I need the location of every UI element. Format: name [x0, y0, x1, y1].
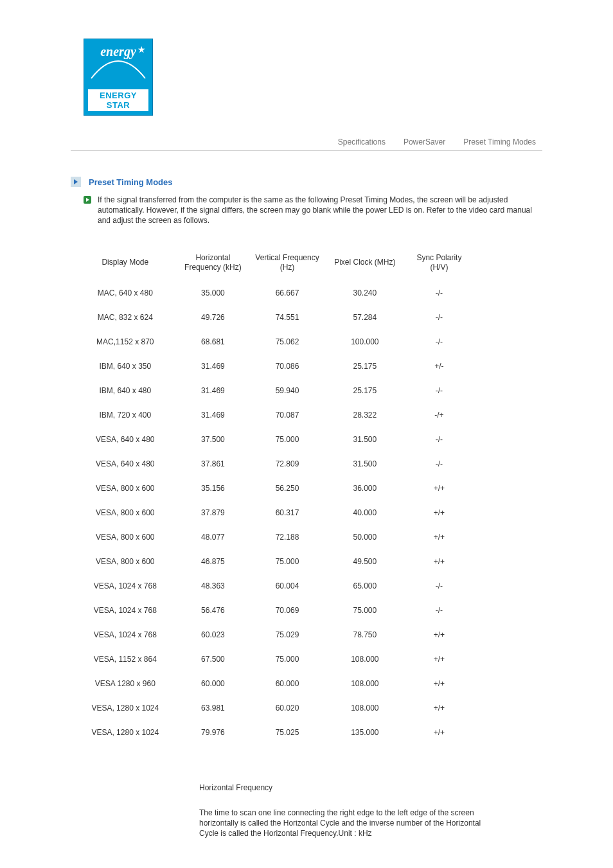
cell-h: 31.469 [176, 378, 251, 403]
section-title: Preset Timing Modes [89, 177, 173, 187]
cell-h: 49.726 [176, 305, 251, 330]
section-description: If the signal transferred from the compu… [98, 195, 542, 226]
table-row: MAC, 640 x 48035.00066.66730.240-/- [75, 281, 473, 305]
cell-h: 48.363 [176, 574, 251, 598]
cell-v: 74.551 [250, 305, 324, 330]
cell-clk: 75.000 [324, 598, 405, 623]
cell-v: 75.029 [250, 623, 324, 647]
energy-star-badge: energy ★ ENERGY STAR [84, 39, 153, 116]
cell-mode: IBM, 640 x 350 [75, 354, 176, 378]
cell-clk: 100.000 [324, 330, 405, 354]
cell-mode: MAC, 832 x 624 [75, 305, 176, 330]
cell-clk: 135.000 [324, 720, 405, 745]
cell-mode: IBM, 640 x 480 [75, 378, 176, 403]
cell-v: 72.188 [250, 525, 324, 549]
cell-sync: -/- [405, 452, 473, 476]
star-icon: ★ [138, 44, 146, 55]
cell-mode: MAC,1152 x 870 [75, 330, 176, 354]
cell-h: 37.861 [176, 452, 251, 476]
timing-table: Display Mode Horizontal Frequency (kHz) … [75, 245, 473, 745]
cell-h: 37.879 [176, 500, 251, 525]
cell-mode: MAC, 640 x 480 [75, 281, 176, 305]
cell-v: 60.020 [250, 696, 324, 720]
cell-clk: 25.175 [324, 378, 405, 403]
cell-h: 35.156 [176, 476, 251, 500]
cell-v: 60.000 [250, 671, 324, 696]
definition-body: The time to scan one line connecting the… [199, 808, 482, 839]
table-row: VESA, 1024 x 76848.36360.00465.000-/- [75, 574, 473, 598]
section-header: Preset Timing Modes [71, 177, 542, 187]
cell-sync: +/+ [405, 720, 473, 745]
cell-v: 72.809 [250, 452, 324, 476]
cell-v: 70.087 [250, 403, 324, 427]
table-row: VESA, 1280 x 102463.98160.020108.000+/+ [75, 696, 473, 720]
cell-h: 56.476 [176, 598, 251, 623]
definition-block: Horizontal Frequency The time to scan on… [199, 783, 482, 839]
cell-mode: VESA, 800 x 600 [75, 525, 176, 549]
cell-clk: 30.240 [324, 281, 405, 305]
cell-sync: -/- [405, 305, 473, 330]
cell-sync: -/- [405, 598, 473, 623]
cell-sync: -/- [405, 574, 473, 598]
cell-clk: 31.500 [324, 452, 405, 476]
cell-clk: 36.000 [324, 476, 405, 500]
cell-h: 79.976 [176, 720, 251, 745]
cell-h: 67.500 [176, 647, 251, 671]
cell-clk: 50.000 [324, 525, 405, 549]
cell-sync: +/+ [405, 476, 473, 500]
cell-clk: 40.000 [324, 500, 405, 525]
col-h-freq: Horizontal Frequency (kHz) [176, 245, 251, 281]
cell-mode: VESA, 1024 x 768 [75, 574, 176, 598]
cell-sync: +/+ [405, 647, 473, 671]
cell-clk: 31.500 [324, 427, 405, 452]
cell-sync: +/- [405, 354, 473, 378]
cell-v: 56.250 [250, 476, 324, 500]
logo-script: energy [100, 44, 136, 59]
nav-preset-timing-modes[interactable]: Preset Timing Modes [463, 137, 536, 146]
cell-v: 75.000 [250, 647, 324, 671]
nav-specifications[interactable]: Specifications [338, 137, 386, 146]
cell-v: 60.317 [250, 500, 324, 525]
cell-mode: VESA, 800 x 600 [75, 476, 176, 500]
chevron-right-icon [71, 177, 81, 187]
cell-h: 31.469 [176, 354, 251, 378]
table-row: VESA 1280 x 96060.00060.000108.000+/+ [75, 671, 473, 696]
table-row: VESA, 640 x 48037.86172.80931.500-/- [75, 452, 473, 476]
cell-clk: 57.284 [324, 305, 405, 330]
cell-mode: VESA, 800 x 600 [75, 549, 176, 574]
energy-star-logo: energy ★ ENERGY STAR [84, 39, 542, 116]
cell-v: 59.940 [250, 378, 324, 403]
cell-clk: 65.000 [324, 574, 405, 598]
cell-mode: IBM, 720 x 400 [75, 403, 176, 427]
cell-sync: -/- [405, 330, 473, 354]
cell-v: 70.069 [250, 598, 324, 623]
cell-sync: -/- [405, 378, 473, 403]
cell-mode: VESA 1280 x 960 [75, 671, 176, 696]
cell-clk: 108.000 [324, 696, 405, 720]
cell-v: 75.000 [250, 427, 324, 452]
cell-mode: VESA, 640 x 480 [75, 452, 176, 476]
cell-h: 60.023 [176, 623, 251, 647]
nav-powersaver[interactable]: PowerSaver [404, 137, 445, 146]
cell-sync: +/+ [405, 623, 473, 647]
cell-sync: +/+ [405, 525, 473, 549]
cell-mode: VESA, 1152 x 864 [75, 647, 176, 671]
table-row: MAC, 832 x 62449.72674.55157.284-/- [75, 305, 473, 330]
cell-clk: 25.175 [324, 354, 405, 378]
nav-tabs: Specifications PowerSaver Preset Timing … [71, 135, 542, 151]
col-v-freq: Vertical Frequency (Hz) [250, 245, 324, 281]
cell-v: 60.004 [250, 574, 324, 598]
svg-marker-0 [74, 179, 78, 184]
table-header-row: Display Mode Horizontal Frequency (kHz) … [75, 245, 473, 281]
cell-clk: 108.000 [324, 647, 405, 671]
cell-h: 68.681 [176, 330, 251, 354]
col-sync: Sync Polarity (H/V) [405, 245, 473, 281]
cell-v: 75.025 [250, 720, 324, 745]
definition-title: Horizontal Frequency [199, 783, 482, 792]
cell-mode: VESA, 1280 x 1024 [75, 720, 176, 745]
cell-mode: VESA, 1024 x 768 [75, 598, 176, 623]
cell-sync: +/+ [405, 549, 473, 574]
table-row: MAC,1152 x 87068.68175.062100.000-/- [75, 330, 473, 354]
col-display-mode: Display Mode [75, 245, 176, 281]
table-row: VESA, 800 x 60037.87960.31740.000+/+ [75, 500, 473, 525]
